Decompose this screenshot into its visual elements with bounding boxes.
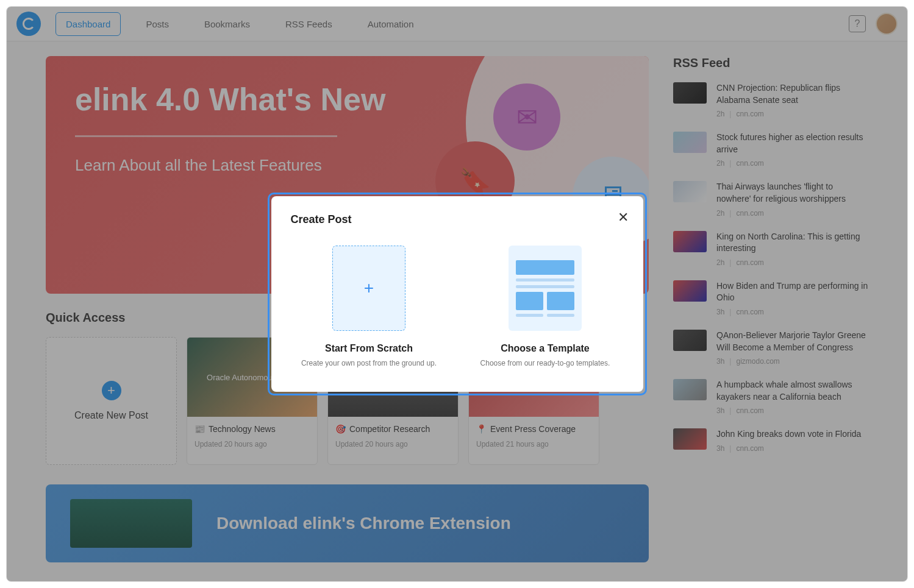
template-visual	[509, 246, 582, 331]
template-desc: Choose from our ready-to-go templates.	[467, 359, 624, 367]
scratch-desc: Create your own post from the ground up.	[291, 359, 448, 367]
close-icon[interactable]: ✕	[618, 210, 629, 225]
scratch-visual: +	[332, 246, 405, 331]
create-post-modal: Create Post ✕ + Start From Scratch Creat…	[271, 196, 643, 392]
start-from-scratch-option[interactable]: + Start From Scratch Create your own pos…	[291, 246, 448, 367]
scratch-title: Start From Scratch	[291, 343, 448, 354]
modal-overlay[interactable]: Create Post ✕ + Start From Scratch Creat…	[7, 7, 907, 581]
plus-icon: +	[364, 278, 374, 298]
modal-title: Create Post	[291, 213, 624, 226]
choose-template-option[interactable]: Choose a Template Choose from our ready-…	[467, 246, 624, 367]
template-title: Choose a Template	[467, 343, 624, 354]
